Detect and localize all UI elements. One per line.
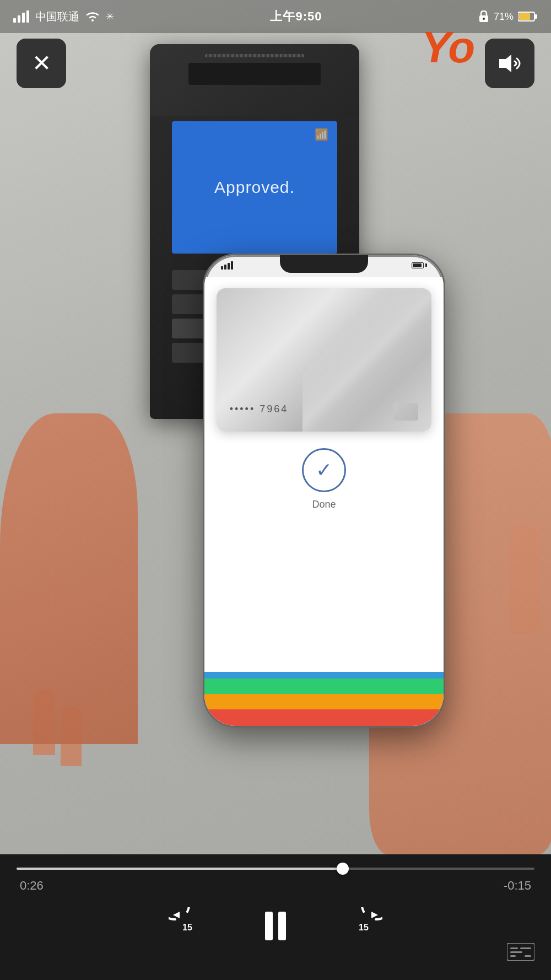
payment-card: ••••• 7964 <box>217 288 432 432</box>
phone-body: 9:41 ••••• 7964 <box>203 254 445 728</box>
svg-rect-9 <box>534 14 537 19</box>
skip-back-icon: 15 <box>169 907 206 945</box>
video-frame: 📶 Approved. <box>0 0 551 854</box>
svg-rect-3 <box>22 13 25 23</box>
pos-signal-icon: 📶 <box>315 128 328 141</box>
svg-text:15: 15 <box>359 923 369 932</box>
card-strip-orange <box>204 694 444 710</box>
sound-button[interactable] <box>485 39 534 88</box>
progress-bar-area[interactable] <box>0 863 551 874</box>
card-strip-red <box>204 709 444 726</box>
pause-bar-left <box>265 912 273 940</box>
progress-track[interactable] <box>17 868 534 870</box>
close-button[interactable]: ✕ <box>17 39 66 88</box>
svg-text:15: 15 <box>182 923 192 932</box>
svg-rect-2 <box>18 15 20 23</box>
pos-approved-text: Approved. <box>214 178 295 197</box>
battery-body <box>412 262 424 268</box>
card-strip-green <box>204 679 444 695</box>
svg-rect-17 <box>510 955 516 957</box>
done-label: Done <box>312 499 336 510</box>
pos-paper-slot <box>188 63 321 85</box>
svg-marker-0 <box>499 55 511 72</box>
phone-notch <box>280 255 368 273</box>
progress-fill <box>17 868 343 870</box>
yo-brand-text: Yo <box>422 22 474 73</box>
svg-rect-8 <box>519 13 530 20</box>
battery-percent: 71% <box>494 11 514 23</box>
phone-battery-area <box>412 262 427 268</box>
video-controls-bar: 0:26 -0:15 15 <box>0 854 551 980</box>
pos-printer-slot <box>205 54 304 57</box>
skip-forward-icon: 15 <box>345 907 382 945</box>
svg-rect-15 <box>510 947 518 949</box>
svg-rect-16 <box>510 951 522 953</box>
pos-screen: 📶 Approved. <box>172 121 337 254</box>
remaining-time: -0:15 <box>504 879 531 893</box>
svg-marker-10 <box>173 912 180 918</box>
status-left-group: 中国联通 ✳ <box>13 9 114 24</box>
phone-screen-content: ••••• 7964 ✓ Done <box>204 277 444 726</box>
hand-left <box>0 413 138 744</box>
close-icon: ✕ <box>32 52 51 75</box>
card-chip <box>394 403 418 421</box>
svg-marker-12 <box>371 912 378 918</box>
phone-battery-icon <box>412 262 427 268</box>
battery-icon <box>518 11 538 22</box>
svg-rect-4 <box>26 10 29 23</box>
pause-icon <box>265 912 286 940</box>
sound-icon <box>496 51 523 76</box>
sig-bar-4 <box>231 261 233 270</box>
skip-back-button[interactable]: 15 <box>165 904 209 948</box>
status-time: 上午9:50 <box>270 8 322 25</box>
activity-icon: ✳ <box>106 10 114 23</box>
pause-bar-right <box>278 912 286 940</box>
cards-bottom-stack <box>204 671 444 726</box>
sig-bar-2 <box>224 265 226 270</box>
svg-rect-18 <box>520 947 531 949</box>
pos-printer-top <box>150 44 359 116</box>
svg-point-6 <box>483 18 485 20</box>
svg-rect-1 <box>13 18 16 23</box>
phone-signal-area <box>221 261 233 270</box>
svg-rect-19 <box>525 955 531 957</box>
status-right-group: 71% <box>478 10 538 23</box>
done-circle: ✓ <box>302 448 346 492</box>
phone-signal-bars <box>221 261 233 270</box>
progress-thumb[interactable] <box>337 863 349 875</box>
subtitle-icon <box>507 943 534 961</box>
pause-button[interactable] <box>253 904 298 948</box>
carrier-name: 中国联通 <box>35 9 79 24</box>
time-display: 0:26 -0:15 <box>0 877 551 893</box>
skip-forward-button[interactable]: 15 <box>342 904 386 948</box>
phone-device: 9:41 ••••• 7964 <box>203 254 445 728</box>
current-time: 0:26 <box>20 879 44 893</box>
subtitle-button[interactable] <box>507 943 534 963</box>
scene-background: 📶 Approved. <box>0 0 551 854</box>
card-number: ••••• 7964 <box>230 403 289 415</box>
cellular-signal-icon <box>13 10 30 23</box>
wifi-icon <box>85 10 100 23</box>
playback-controls: 15 15 <box>0 904 551 948</box>
battery-tip <box>425 263 427 267</box>
checkmark-icon: ✓ <box>316 460 332 480</box>
sig-bar-1 <box>221 266 223 270</box>
done-section: ✓ Done <box>302 448 346 510</box>
sig-bar-3 <box>228 263 230 270</box>
lock-icon <box>478 10 489 23</box>
battery-fill <box>413 263 422 267</box>
